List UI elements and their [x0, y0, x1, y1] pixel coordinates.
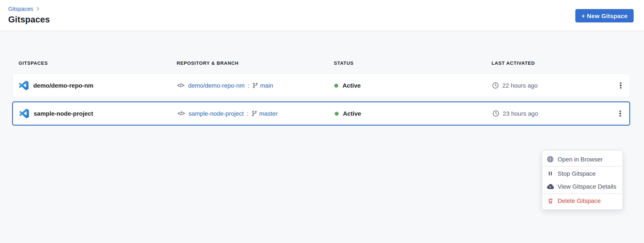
table-row[interactable]: sample-node-project </> sample-node-proj…	[12, 101, 630, 126]
gitspace-name: sample-node-project	[34, 110, 93, 117]
status-cell: Active	[334, 82, 492, 89]
menu-divider	[542, 193, 622, 194]
column-header-gitspaces: Gitspaces	[18, 60, 177, 66]
page-header: Gitspaces Gitspaces + New Gitspace	[0, 0, 644, 31]
menu-item-stop-gitspace[interactable]: Stop Gitspace	[542, 167, 622, 180]
menu-divider	[542, 166, 622, 167]
status-active-dot	[334, 83, 338, 87]
gitspace-name-cell: sample-node-project	[20, 109, 178, 118]
clock-icon	[492, 110, 499, 117]
menu-item-delete-gitspace[interactable]: Delete Gitspace	[542, 194, 622, 207]
repository-link[interactable]: sample-node-project	[188, 110, 244, 117]
repo-branch-separator: :	[248, 82, 250, 89]
page-title: Gitspaces	[8, 15, 634, 25]
vscode-icon	[19, 81, 28, 90]
column-header-last-activated: Last Activated	[492, 60, 606, 66]
menu-item-label: Open in Browser	[558, 156, 603, 163]
table-row[interactable]: demo/demo-repo-nm </> demo/demo-repo-nm …	[12, 73, 630, 98]
column-header-repository-branch: Repository & Branch	[177, 60, 334, 66]
globe-icon	[547, 156, 554, 163]
breadcrumb-link-gitspaces[interactable]: Gitspaces	[8, 5, 33, 12]
git-branch-icon	[252, 110, 258, 117]
menu-item-label: Stop Gitspace	[558, 170, 596, 177]
branch-link[interactable]: master	[259, 110, 278, 117]
trash-icon	[547, 197, 554, 204]
repository-branch-cell: </> sample-node-project : master	[178, 110, 335, 117]
menu-item-label: Delete Gitspace	[558, 197, 600, 204]
row-context-menu: Open in Browser Stop Gitspace View Gitsp…	[542, 150, 623, 210]
last-activated-cell: 22 hours ago	[492, 82, 606, 89]
pause-icon	[547, 170, 554, 177]
last-activated-text: 23 hours ago	[503, 110, 538, 117]
menu-item-view-gitspace-details[interactable]: View Gitspace Details	[542, 180, 622, 193]
code-icon: </>	[177, 82, 184, 88]
column-header-status: Status	[334, 60, 492, 66]
cloud-details-icon	[547, 183, 554, 190]
vscode-icon	[20, 109, 29, 118]
row-actions-menu-button[interactable]	[615, 108, 626, 119]
menu-item-open-in-browser[interactable]: Open in Browser	[542, 153, 622, 166]
branch-link[interactable]: main	[260, 82, 273, 89]
new-gitspace-button[interactable]: + New Gitspace	[576, 9, 634, 22]
code-icon: </>	[178, 110, 185, 117]
gitspace-name: demo/demo-repo-nm	[33, 82, 93, 89]
table-header-row: Gitspaces Repository & Branch Status Las…	[12, 59, 630, 67]
status-active-dot	[335, 112, 339, 115]
gitspaces-page: Gitspaces Gitspaces + New Gitspace Gitsp…	[0, 0, 644, 243]
repository-branch-cell: </> demo/demo-repo-nm : main	[177, 82, 334, 89]
menu-item-label: View Gitspace Details	[558, 183, 616, 190]
content-area: Gitspaces Repository & Branch Status Las…	[0, 31, 644, 243]
status-label: Active	[342, 82, 361, 89]
last-activated-cell: 23 hours ago	[492, 110, 605, 117]
repo-branch-separator: :	[247, 110, 248, 117]
chevron-right-icon	[36, 7, 40, 11]
clock-icon	[492, 82, 499, 89]
gitspace-name-cell: demo/demo-repo-nm	[19, 81, 177, 90]
last-activated-text: 22 hours ago	[502, 82, 538, 89]
repository-link[interactable]: demo/demo-repo-nm	[188, 82, 244, 89]
git-branch-icon	[252, 82, 258, 88]
row-actions-menu-button[interactable]	[615, 80, 626, 91]
status-cell: Active	[335, 110, 492, 117]
breadcrumb: Gitspaces	[8, 5, 634, 12]
status-label: Active	[343, 110, 361, 117]
